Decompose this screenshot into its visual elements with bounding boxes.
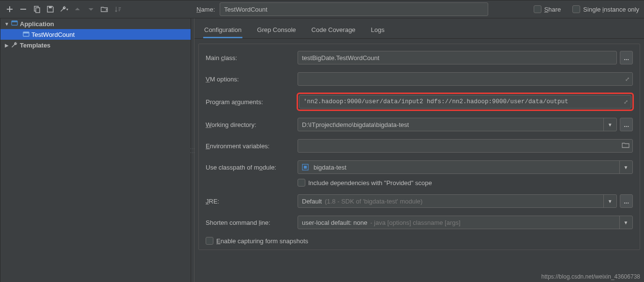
browse-env-icon[interactable] (622, 142, 629, 150)
svg-rect-9 (304, 166, 307, 169)
configuration-form: Main class:Main class: testBigDate.TestW… (198, 44, 640, 250)
minus-icon (19, 5, 27, 13)
copy-icon (33, 5, 41, 13)
classpath-module-select[interactable]: bigdata-test ▼ (298, 160, 633, 174)
svg-rect-2 (36, 8, 40, 13)
sort-icon (114, 5, 122, 13)
env-vars-field[interactable] (298, 139, 633, 153)
collapse-icon: ▼ (4, 21, 9, 27)
tab-grep-console[interactable]: Grep Console (256, 21, 297, 38)
main-panel: NName:ame: ShareShare Single instance on… (195, 18, 644, 282)
svg-rect-3 (49, 6, 52, 8)
browse-main-class-button[interactable]: ... (620, 51, 633, 64)
vm-options-label: VM options:VM options: (206, 76, 298, 83)
svg-rect-0 (20, 9, 26, 10)
name-input[interactable] (220, 2, 488, 16)
expand-field-icon[interactable]: ⤢ (624, 99, 628, 105)
svg-rect-7 (23, 32, 29, 33)
dropdown-arrow-icon[interactable]: ▼ (603, 195, 616, 207)
folder-arrow-icon (101, 5, 108, 13)
program-arguments-label: Program arguments:Program arguments: (206, 98, 298, 106)
move-up-button (72, 3, 83, 15)
watermark: https://blog.csdn.net/weixin_43606738 (541, 273, 640, 280)
add-button[interactable] (4, 3, 15, 15)
splitter[interactable]: ⋮⋮ (191, 18, 195, 282)
remove-button[interactable] (17, 3, 29, 15)
module-icon (302, 164, 309, 171)
main-class-label: Main class:Main class: (206, 54, 298, 62)
shorten-command-label: Shorten command line:Shorten command lin… (206, 219, 298, 226)
working-directory-label: Working directory:Working directory: (206, 121, 298, 128)
checkbox-icon (206, 237, 213, 245)
env-vars-label: Environment variables:Environment variab… (206, 142, 298, 150)
run-config-icon (23, 31, 30, 38)
expand-field-icon[interactable]: ⤢ (625, 76, 629, 82)
settings-button[interactable]: ▾ (58, 3, 70, 15)
dropdown-arrow-icon[interactable]: ▼ (619, 161, 632, 173)
tree-node-testwordcount[interactable]: TestWordCount (0, 29, 191, 40)
browse-jre-button[interactable]: ... (620, 194, 633, 208)
jre-select[interactable]: Default (1.8 - SDK of 'bigdata-test' mod… (298, 194, 617, 208)
tree-label: TestWordCount (31, 31, 75, 38)
shorten-command-select[interactable]: user-local default: none - java [options… (298, 216, 633, 229)
single-instance-checkbox[interactable]: Single instance onlySingle instance only (572, 5, 639, 13)
sort-button (112, 3, 124, 15)
classpath-module-label: Use classpath of module:Use classpath of… (206, 164, 298, 171)
main-class-field[interactable]: testBigDate.TestWordCount (298, 51, 617, 64)
svg-rect-5 (12, 21, 17, 22)
tab-logs[interactable]: Logs (370, 21, 386, 38)
dropdown-arrow-icon[interactable]: ▼ (619, 216, 632, 229)
move-down-button (85, 3, 97, 15)
checkbox-icon (572, 5, 580, 13)
checkbox-icon (534, 5, 541, 13)
program-arguments-highlight: 'nn2.hadoop:9000/user/data/input2 hdfs:/… (297, 93, 634, 111)
save-icon (46, 5, 54, 13)
config-tabs: Configuration Grep Console Code Coverage… (195, 18, 644, 39)
tab-configuration[interactable]: Configuration (203, 21, 242, 38)
include-provided-checkbox[interactable]: Include dependencies with "Provided" sco… (298, 179, 432, 187)
vm-options-field[interactable]: ⤢ (298, 72, 633, 86)
folder-up-button[interactable] (99, 3, 110, 15)
dropdown-arrow-icon[interactable]: ▼ (603, 118, 616, 131)
tree-label: Templates (20, 42, 50, 49)
arrow-up-icon (74, 5, 81, 13)
copy-button[interactable] (31, 3, 43, 15)
tab-code-coverage[interactable]: Code Coverage (311, 21, 357, 38)
name-label: NName:ame: (196, 6, 215, 13)
templates-icon (11, 42, 18, 48)
enable-snapshots-checkbox[interactable]: Enable capturing form snapshotsEnable ca… (206, 237, 308, 245)
tree-node-application[interactable]: ▼ Application (0, 18, 191, 29)
share-checkbox[interactable]: ShareShare (534, 5, 561, 13)
tree-node-templates[interactable]: ▶ Templates (0, 40, 191, 50)
browse-working-directory-button[interactable]: ... (620, 118, 633, 131)
jre-label: JRE:JRE: (206, 198, 298, 205)
run-config-tree: ▼ Application TestWordCount ▶ (0, 18, 191, 282)
plus-icon (6, 5, 14, 13)
application-type-icon (11, 20, 18, 28)
expand-icon: ▶ (4, 43, 9, 48)
tree-label: Application (20, 20, 54, 28)
arrow-down-icon (87, 5, 95, 13)
save-button[interactable] (45, 3, 56, 15)
checkbox-icon (298, 179, 305, 187)
include-provided-label: Include dependencies with "Provided" sco… (308, 179, 432, 187)
program-arguments-field[interactable]: 'nn2.hadoop:9000/user/data/input2 hdfs:/… (299, 95, 631, 109)
working-directory-field[interactable]: D:\ITproject\demo\bigdata\bigdata-test ▼ (298, 118, 617, 131)
